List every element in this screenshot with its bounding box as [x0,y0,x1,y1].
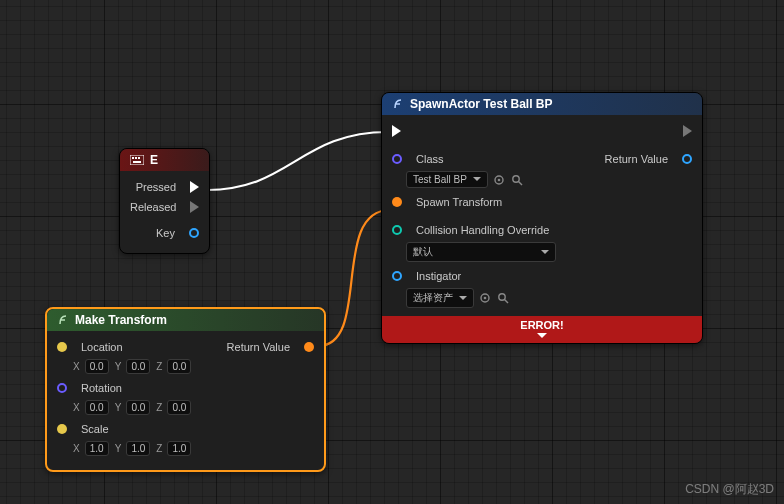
search-icon[interactable] [510,173,524,187]
svg-rect-1 [132,157,134,159]
svg-rect-0 [130,155,144,165]
node-title: Make Transform [75,313,167,327]
svg-point-11 [499,294,505,300]
browse-icon[interactable] [492,173,506,187]
loc-z-input[interactable]: 0.0 [167,359,191,374]
pin-in-rotation[interactable] [57,383,67,393]
loc-y-input[interactable]: 0.0 [126,359,150,374]
pin-label-released: Released [130,201,176,213]
scale-y-input[interactable]: 1.0 [126,441,150,456]
watermark: CSDN @阿赵3D [685,481,774,498]
search-icon[interactable] [496,291,510,305]
scale-x-input[interactable]: 1.0 [85,441,109,456]
node-title: SpawnActor Test Ball BP [410,97,552,111]
pin-label-pressed: Pressed [136,181,176,193]
node-header: E [120,149,209,171]
svg-point-7 [513,175,519,181]
node-header: SpawnActor Test Ball BP [382,93,702,115]
pin-in-spawn-transform[interactable] [392,197,402,207]
pin-label-class: Class [416,153,444,165]
node-header: Make Transform [47,309,324,331]
pin-label-return: Return Value [227,341,290,353]
pin-label-spawn-transform: Spawn Transform [416,196,502,208]
node-title: E [150,153,158,167]
rot-z-input[interactable]: 0.0 [167,400,191,415]
svg-rect-2 [135,157,137,159]
svg-line-12 [505,300,509,304]
pin-label-rotation: Rotation [81,382,122,394]
loc-x-input[interactable]: 0.0 [85,359,109,374]
pin-in-collision[interactable] [392,225,402,235]
node-spawn-actor[interactable]: SpawnActor Test Ball BP Class Return Val… [381,92,703,344]
node-make-transform[interactable]: Make Transform Location Return Value X0.… [45,307,326,472]
pin-in-scale[interactable] [57,424,67,434]
pin-label-scale: Scale [81,423,109,435]
pin-out-return[interactable] [304,342,314,352]
pin-label-collision: Collision Handling Override [416,224,549,236]
expand-error-icon[interactable] [382,331,702,343]
exec-out-released[interactable] [190,201,199,213]
instigator-dropdown[interactable]: 选择资产 [406,288,474,308]
chevron-down-icon [473,174,481,185]
pin-in-class[interactable] [392,154,402,164]
pin-label-instigator: Instigator [416,270,461,282]
svg-point-10 [484,297,487,300]
chevron-down-icon [459,293,467,304]
pin-out-return[interactable] [682,154,692,164]
error-bar[interactable]: ERROR! [382,316,702,331]
pin-label-key: Key [156,227,175,239]
svg-point-6 [498,178,501,181]
pin-in-instigator[interactable] [392,271,402,281]
pin-out-key[interactable] [189,228,199,238]
rot-x-input[interactable]: 0.0 [85,400,109,415]
exec-out[interactable] [683,125,692,137]
svg-rect-4 [133,161,141,163]
class-dropdown[interactable]: Test Ball BP [406,171,488,188]
browse-icon[interactable] [478,291,492,305]
node-input-e[interactable]: E Pressed Released Key [119,148,210,254]
exec-out-pressed[interactable] [190,181,199,193]
pin-in-location[interactable] [57,342,67,352]
function-icon [392,98,404,110]
chevron-down-icon [541,247,549,258]
scale-z-input[interactable]: 1.0 [167,441,191,456]
keyboard-icon [130,155,144,165]
pin-label-location: Location [81,341,123,353]
pin-label-return: Return Value [605,153,668,165]
rot-y-input[interactable]: 0.0 [126,400,150,415]
exec-in[interactable] [392,125,401,137]
svg-rect-3 [138,157,140,159]
svg-line-8 [518,181,522,185]
function-icon [57,314,69,326]
collision-dropdown[interactable]: 默认 [406,242,556,262]
